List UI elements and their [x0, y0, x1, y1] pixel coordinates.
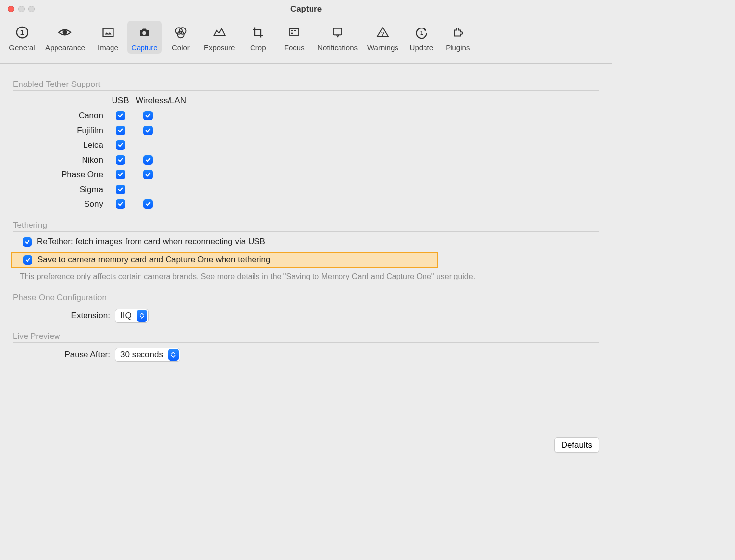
tab-notifications[interactable]: Notifications — [313, 21, 362, 54]
pause-after-row: Pause After: 30 seconds — [42, 348, 599, 362]
tab-appearance[interactable]: Appearance — [41, 21, 89, 54]
pause-after-value: 30 seconds — [115, 350, 167, 360]
titlebar: Capture — [0, 0, 612, 19]
svg-rect-12 — [333, 28, 342, 35]
window-title: Capture — [290, 4, 322, 14]
extension-label: Extension: — [42, 311, 110, 321]
tab-label: Update — [410, 43, 433, 52]
tether-checkbox[interactable] — [143, 155, 153, 165]
tab-label: Image — [98, 43, 118, 52]
window-controls — [8, 6, 35, 12]
tab-exposure[interactable]: Exposure — [200, 21, 239, 54]
close-button[interactable] — [8, 6, 14, 12]
extension-row: Extension: IIQ — [42, 309, 599, 323]
table-row: Nikon — [34, 153, 599, 168]
tab-crop[interactable]: Crop — [241, 21, 275, 54]
extension-select[interactable]: IIQ — [115, 309, 149, 323]
tab-label: Color — [172, 43, 190, 52]
notifications-icon — [329, 24, 346, 41]
image-icon — [99, 24, 117, 41]
brand-label: Phase One — [34, 170, 109, 180]
preferences-toolbar: 1 General Appearance Image Capture — [0, 19, 612, 64]
plugins-icon — [449, 24, 467, 41]
minimize-button[interactable] — [18, 6, 25, 12]
column-usb: USB — [109, 96, 132, 106]
warnings-icon: ? — [374, 24, 392, 41]
svg-point-4 — [142, 31, 146, 35]
brand-label: Canon — [34, 111, 109, 121]
save-to-card-checkbox[interactable] — [23, 255, 32, 265]
brand-label: Fujifilm — [34, 126, 109, 136]
table-row: Sony — [34, 197, 599, 212]
tether-checkbox[interactable] — [116, 155, 125, 165]
preferences-window: Capture 1 General Appearance Image C — [0, 0, 612, 466]
table-row: Fujifilm — [34, 123, 599, 138]
tab-focus[interactable]: Focus — [277, 21, 311, 54]
section-live-preview-title: Live Preview — [13, 332, 599, 343]
table-row: Phase One — [34, 168, 599, 182]
tether-checkbox[interactable] — [116, 126, 125, 135]
tether-checkbox[interactable] — [143, 111, 153, 120]
section-tethering-title: Tethering — [13, 221, 599, 232]
tab-warnings[interactable]: ? Warnings — [364, 21, 402, 54]
save-to-card-label: Save to camera memory card and Capture O… — [37, 255, 270, 265]
tab-label: Focus — [284, 43, 305, 52]
tab-general[interactable]: 1 General — [5, 21, 39, 54]
table-row: Leica — [34, 138, 599, 153]
svg-point-2 — [63, 30, 67, 35]
tether-checkbox[interactable] — [116, 170, 125, 179]
focus-icon — [285, 24, 303, 41]
tethering-note: This preference only affects certain cam… — [13, 268, 599, 284]
tether-checkbox[interactable] — [116, 111, 125, 120]
select-stepper-icon — [137, 310, 147, 322]
section-tether-support-title: Enabled Tether Support — [13, 80, 599, 91]
tab-update[interactable]: 1 Update — [404, 21, 439, 54]
exposure-icon — [211, 24, 228, 41]
tab-label: Appearance — [45, 43, 85, 52]
tether-checkbox[interactable] — [116, 185, 125, 194]
general-icon: 1 — [13, 24, 31, 41]
retether-checkbox[interactable] — [23, 237, 32, 247]
extension-value: IIQ — [115, 311, 136, 321]
tether-checkbox[interactable] — [116, 140, 125, 150]
tether-checkbox[interactable] — [143, 126, 153, 135]
brand-label: Sigma — [34, 185, 109, 195]
update-icon: 1 — [413, 24, 430, 41]
table-row: Sigma — [34, 182, 599, 197]
table-header: USB Wireless/LAN — [34, 96, 599, 106]
camera-icon — [136, 24, 153, 41]
tether-checkbox[interactable] — [143, 170, 153, 179]
svg-rect-10 — [294, 30, 296, 31]
content-area: Enabled Tether Support USB Wireless/LAN … — [0, 64, 612, 362]
column-wireless: Wireless/LAN — [132, 96, 200, 106]
tab-label: Exposure — [204, 43, 235, 52]
tab-color[interactable]: Color — [164, 21, 198, 54]
section-phase-one-title: Phase One Configuration — [13, 293, 599, 304]
svg-text:1: 1 — [420, 30, 423, 36]
defaults-button[interactable]: Defaults — [554, 437, 599, 453]
tab-label: Capture — [131, 43, 157, 52]
svg-rect-8 — [290, 29, 299, 36]
brand-label: Nikon — [34, 155, 109, 165]
tab-label: Plugins — [446, 43, 470, 52]
color-icon — [172, 24, 190, 41]
eye-icon — [56, 24, 74, 41]
tether-checkbox[interactable] — [116, 199, 125, 209]
retether-row: ReTether: fetch images from card when re… — [23, 237, 599, 247]
tether-checkbox[interactable] — [143, 199, 153, 209]
brand-label: Leica — [34, 140, 109, 150]
tab-label: Crop — [250, 43, 266, 52]
svg-rect-11 — [291, 33, 293, 34]
svg-text:?: ? — [381, 31, 384, 37]
svg-rect-9 — [291, 30, 293, 31]
pause-after-select[interactable]: 30 seconds — [115, 348, 180, 362]
tab-label: Warnings — [368, 43, 398, 52]
tab-image[interactable]: Image — [91, 21, 125, 54]
zoom-button[interactable] — [28, 6, 35, 12]
svg-text:1: 1 — [20, 28, 24, 36]
brand-label: Sony — [34, 199, 109, 209]
tab-capture[interactable]: Capture — [127, 21, 162, 54]
tab-plugins[interactable]: Plugins — [441, 21, 475, 54]
svg-rect-3 — [103, 28, 113, 37]
table-row: Canon — [34, 109, 599, 123]
